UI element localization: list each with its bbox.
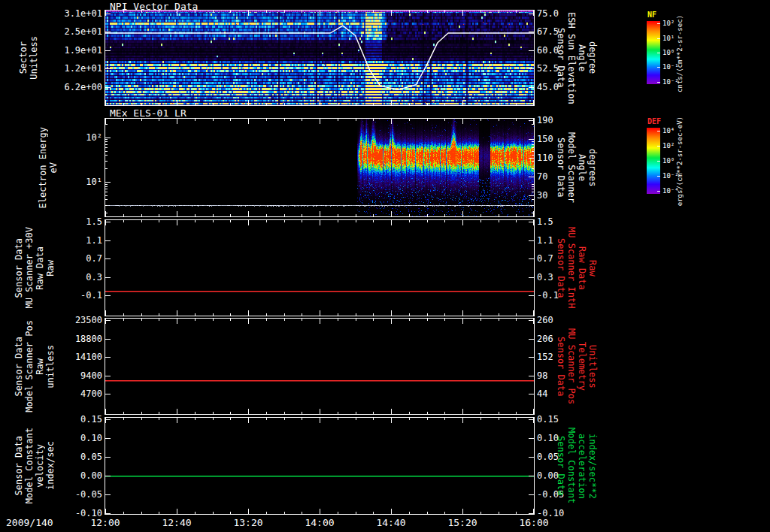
axis-title-line: Unitless xyxy=(29,36,39,80)
right-axis-title-scanner_pos: Sensor DataMU Scanner PosTelemetryUnitle… xyxy=(546,319,606,414)
colorbar-tick-label: 10⁰ xyxy=(662,49,675,56)
axis-title-line: Angle xyxy=(577,44,587,71)
x-tick-label: 16:00 xyxy=(519,517,548,528)
axis-title-line: Raw Data xyxy=(35,246,45,290)
axis-title-line: degrees xyxy=(587,149,597,187)
axis-title-line: MU Scanner +30V xyxy=(25,227,35,308)
left-axis-title-scanner_pos: Sensor DataModel Scanner PosRawunitless xyxy=(9,319,60,414)
colorbar-tick-label: 10² xyxy=(662,20,675,27)
axis-title-line: index/sec xyxy=(46,441,56,490)
axis-title-line: Sensor Data xyxy=(14,337,24,396)
colorbar-tick-label: 10⁰ xyxy=(662,157,675,165)
panel-title-els: MEx ELS-01 LR xyxy=(110,107,186,119)
left-axis-title-els: Electron EnergyeV xyxy=(35,119,62,216)
right-axis-title-model_const: Sensor DataModel Constantaccelerationind… xyxy=(546,418,606,514)
axis-title-line: Model Scanner Pos xyxy=(25,320,35,413)
colorbar-def xyxy=(647,128,660,194)
axis-title-line: Sensor Data xyxy=(556,28,565,87)
npi-left-tick-label: 2.5e+01 xyxy=(44,26,102,37)
scanner_pos-line-canvas xyxy=(105,319,534,414)
right-axis-title-mu_inth: Sensor DataMU Scanner IntHRaw DataRaw xyxy=(546,220,606,316)
colorbar-name-nf: NF xyxy=(647,11,656,19)
colorbar-name-def: DEF xyxy=(647,117,661,125)
colorbar-unit-text: cnts/(cm**2-sr-sec) xyxy=(676,15,684,92)
npi-spectrogram-canvas xyxy=(105,11,534,105)
axis-title-line: Sensor Data xyxy=(556,337,565,396)
colorbar-tick-label: 10⁴ xyxy=(662,127,675,135)
panel-model_const xyxy=(105,417,535,515)
axis-title-line: Raw xyxy=(46,260,56,277)
axis-title-line: MU Scanner Pos xyxy=(566,328,576,404)
axis-title-line: index/sec**2 xyxy=(587,434,597,499)
colorbar-unit-text: ergs/(cm**2-sr-sec-eV) xyxy=(676,116,684,206)
npi-left-tick-label: 1.9e+01 xyxy=(44,45,102,56)
x-tick-label: 12:40 xyxy=(162,517,191,528)
x-tick-label: 12:00 xyxy=(90,517,120,528)
axis-title-line: Sensor Data xyxy=(14,436,24,495)
axis-title-line: Raw xyxy=(587,260,597,277)
colorbar-nf xyxy=(647,21,660,84)
axis-title-line: eV xyxy=(49,162,59,173)
axis-title-line: Sensor Data xyxy=(556,436,565,495)
axis-title-line: Electron Energy xyxy=(38,127,48,208)
colorbar-tick-label: 10² xyxy=(662,142,675,150)
left-axis-title-npi: SectorUnitless xyxy=(14,11,44,105)
colorbar-unit-nf: cnts/(cm**2-sr-sec) xyxy=(675,12,685,95)
colorbar-unit-def: ergs/(cm**2-sr-sec-eV) xyxy=(675,119,685,204)
right-axis-title-els: Sensor DataModel ScannerAngledegrees xyxy=(546,119,606,216)
npi-left-tick-label: 6.2e+00 xyxy=(44,82,102,92)
axis-title-line: MU Scanner IntH xyxy=(566,227,576,308)
date-label: 2009/140 xyxy=(6,517,53,528)
axis-title-line: Sensor Data xyxy=(556,138,565,197)
multi-panel-time-series-plot: NPI Vector Data MEx ELS-01 LR 2009/140 3… xyxy=(0,0,770,532)
model_const-line-canvas xyxy=(105,418,534,514)
x-tick-label: 14:40 xyxy=(376,517,405,528)
panel-els xyxy=(105,118,535,217)
axis-title-line: ESH Sun Elevation xyxy=(566,12,576,104)
axis-title-line: Model Constant xyxy=(566,428,576,503)
panel-npi xyxy=(105,10,535,106)
axis-title-line: Sensor Data xyxy=(556,238,565,298)
axis-title-line: acceleration xyxy=(577,434,587,499)
axis-title-line: Model Constant xyxy=(25,428,35,503)
colorbar-tick-label: 10¹ xyxy=(662,35,675,42)
npi-left-tick-label: 1.2e+01 xyxy=(44,63,102,74)
axis-title-line: Angle xyxy=(577,154,587,181)
axis-title-line: Telemetry xyxy=(577,342,587,391)
left-axis-title-model_const: Sensor DataModel Constantvelocityindex/s… xyxy=(9,418,60,514)
axis-title-line: Model Scanner xyxy=(566,132,576,203)
axis-title-line: degree xyxy=(587,41,597,74)
axis-title-line: Raw xyxy=(35,358,45,375)
axis-title-line: velocity xyxy=(35,444,45,488)
x-tick-label: 15:20 xyxy=(447,517,477,528)
x-tick-label: 14:00 xyxy=(305,517,334,528)
left-axis-title-mu_inth: Sensor DataMU Scanner +30VRaw DataRaw xyxy=(9,220,60,316)
axis-title-line: Unitless xyxy=(587,345,597,388)
npi-left-tick-label: 3.1e+01 xyxy=(44,8,102,19)
axis-title-line: unitless xyxy=(46,345,56,388)
right-axis-title-npi: Sensor DataESH Sun ElevationAngledegree xyxy=(546,11,606,105)
panel-scanner_pos xyxy=(105,318,535,415)
els-spectrogram-canvas xyxy=(105,119,534,216)
axis-title-line: Sensor Data xyxy=(14,238,24,298)
axis-title-line: Raw Data xyxy=(577,246,587,290)
x-tick-label: 13:20 xyxy=(233,517,262,528)
axis-title-line: Sector xyxy=(19,41,29,74)
mu_inth-line-canvas xyxy=(105,220,534,316)
panel-mu_inth xyxy=(105,219,535,316)
